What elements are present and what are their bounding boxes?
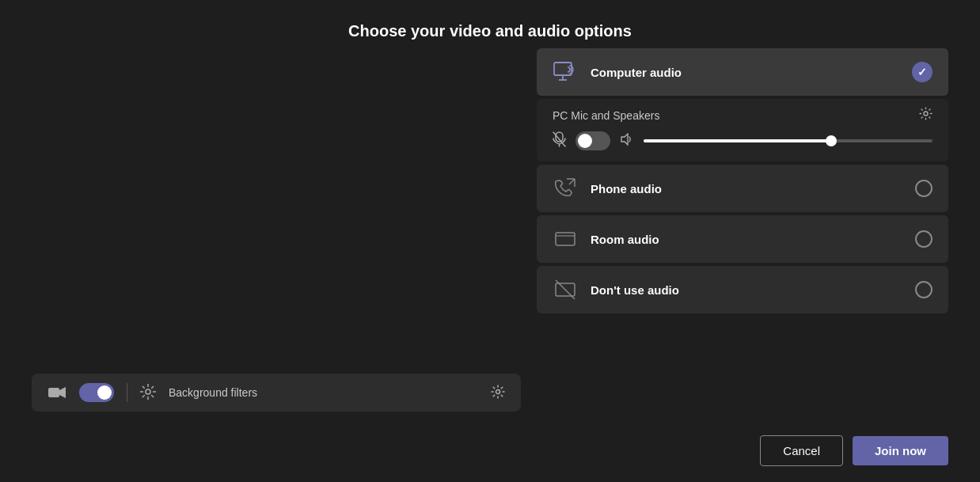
mic-toggle-knob xyxy=(578,134,592,148)
audio-option-room[interactable]: Room audio xyxy=(537,215,948,263)
join-now-button[interactable]: Join now xyxy=(853,436,948,465)
audio-option-none[interactable]: Don't use audio xyxy=(537,266,948,313)
svg-line-10 xyxy=(142,395,145,397)
volume-track-fill xyxy=(644,139,831,142)
no-audio-label: Don't use audio xyxy=(591,283,902,297)
background-filter-icon xyxy=(140,384,156,402)
phone-audio-icon xyxy=(553,176,578,201)
computer-audio-selected-check xyxy=(912,62,933,82)
cancel-button[interactable]: Cancel xyxy=(760,435,843,466)
mic-muted-icon xyxy=(553,131,566,150)
svg-line-8 xyxy=(151,395,154,397)
svg-marker-1 xyxy=(59,387,66,398)
speaker-icon xyxy=(620,133,634,149)
mic-toggle[interactable] xyxy=(575,131,610,150)
svg-point-11 xyxy=(496,389,500,393)
no-audio-radio xyxy=(915,281,933,298)
svg-marker-19 xyxy=(621,134,628,145)
pc-mic-header: PC Mic and Speakers xyxy=(553,107,933,123)
audio-option-phone[interactable]: Phone audio xyxy=(537,165,948,212)
phone-audio-label: Phone audio xyxy=(591,182,902,195)
video-controls-bar: Background filters xyxy=(32,374,521,412)
right-panel: Computer audio PC Mic and Speakers xyxy=(537,48,948,419)
volume-slider[interactable] xyxy=(644,139,933,142)
no-audio-icon xyxy=(553,277,578,302)
svg-line-7 xyxy=(142,385,145,388)
room-audio-radio xyxy=(915,230,933,248)
room-audio-label: Room audio xyxy=(591,233,902,246)
settings-icon-left[interactable] xyxy=(491,385,505,401)
svg-rect-12 xyxy=(554,63,572,75)
svg-rect-0 xyxy=(48,388,59,397)
computer-audio-icon xyxy=(553,59,578,85)
camera-toggle[interactable] xyxy=(79,383,114,402)
svg-line-22 xyxy=(569,179,575,184)
audio-option-computer[interactable]: Computer audio xyxy=(537,48,948,96)
mic-controls xyxy=(553,131,933,150)
background-filters-label: Background filters xyxy=(169,386,478,399)
svg-point-15 xyxy=(924,112,928,116)
svg-line-9 xyxy=(151,385,154,388)
bottom-bar: Cancel Join now xyxy=(0,427,980,482)
svg-rect-23 xyxy=(556,233,575,245)
pc-mic-label: PC Mic and Speakers xyxy=(553,109,659,122)
camera-toggle-knob xyxy=(97,385,112,400)
left-panel: Background filters xyxy=(32,48,521,419)
pc-mic-section: PC Mic and Speakers xyxy=(537,99,948,161)
camera-icon xyxy=(47,383,66,402)
pc-mic-settings-icon[interactable] xyxy=(919,107,933,123)
room-audio-icon xyxy=(553,226,578,252)
computer-audio-label: Computer audio xyxy=(591,66,899,79)
phone-audio-radio xyxy=(915,180,933,197)
page-title: Choose your video and audio options xyxy=(348,22,632,40)
volume-thumb[interactable] xyxy=(826,135,837,146)
divider xyxy=(127,383,127,402)
svg-point-2 xyxy=(146,389,150,394)
